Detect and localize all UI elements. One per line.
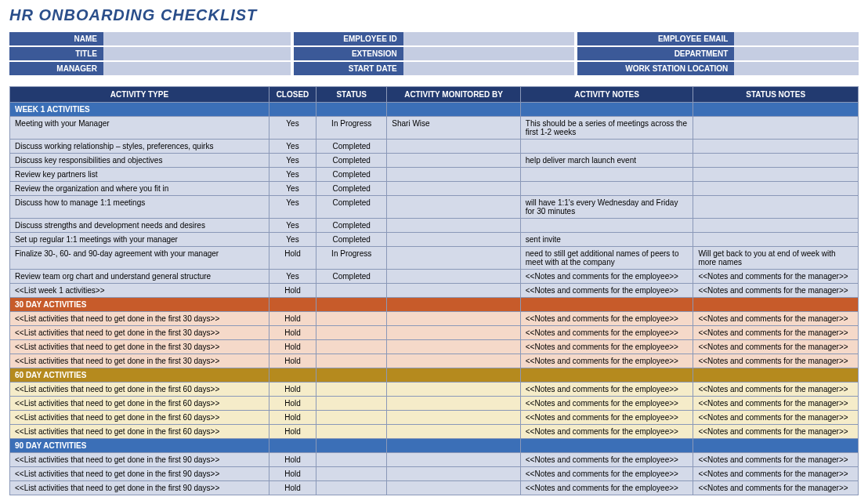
activity-cell[interactable]: <<List activities that need to get done … (10, 354, 269, 368)
monitored-cell[interactable] (387, 411, 520, 425)
closed-cell[interactable]: Yes (269, 196, 316, 219)
notes-cell[interactable]: <<Notes and comments for the employee>> (520, 425, 693, 439)
closed-cell[interactable]: Hold (269, 397, 316, 411)
notes-cell[interactable] (520, 182, 693, 196)
closed-cell[interactable]: Hold (269, 284, 316, 298)
closed-cell[interactable]: Hold (269, 340, 316, 354)
monitored-cell[interactable] (387, 453, 520, 467)
notes-cell[interactable]: help deliver march launch event (520, 154, 693, 168)
activity-cell[interactable]: <<List week 1 activities>> (10, 284, 269, 298)
status-cell[interactable]: Completed (316, 182, 387, 196)
statusnotes-cell[interactable] (693, 182, 859, 196)
status-cell[interactable]: In Progress (316, 117, 387, 140)
notes-cell[interactable]: will have 1:1's every Wednesday and Frid… (520, 196, 693, 219)
statusnotes-cell[interactable]: Will get back to you at end of week with… (693, 247, 859, 270)
info-value[interactable] (734, 47, 859, 60)
notes-cell[interactable]: need to still get additional names of pe… (520, 247, 693, 270)
info-value[interactable] (403, 32, 575, 45)
monitored-cell[interactable] (387, 284, 520, 298)
closed-cell[interactable]: Hold (269, 425, 316, 439)
status-cell[interactable]: Completed (316, 168, 387, 182)
status-cell[interactable] (316, 425, 387, 439)
activity-cell[interactable]: Review the organization and where you fi… (10, 182, 269, 196)
status-cell[interactable]: In Progress (316, 247, 387, 270)
statusnotes-cell[interactable]: <<Notes and comments for the manager>> (693, 312, 859, 326)
monitored-cell[interactable] (387, 340, 520, 354)
notes-cell[interactable]: <<Notes and comments for the employee>> (520, 270, 693, 284)
notes-cell[interactable]: <<Notes and comments for the employee>> (520, 354, 693, 368)
closed-cell[interactable]: Yes (269, 140, 316, 154)
monitored-cell[interactable] (387, 168, 520, 182)
info-value[interactable] (103, 32, 291, 45)
closed-cell[interactable]: Hold (269, 326, 316, 340)
notes-cell[interactable]: <<Notes and comments for the employee>> (520, 312, 693, 326)
closed-cell[interactable]: Yes (269, 117, 316, 140)
notes-cell[interactable]: This should be a series of meetings acro… (520, 117, 693, 140)
monitored-cell[interactable] (387, 182, 520, 196)
closed-cell[interactable]: Yes (269, 233, 316, 247)
activity-cell[interactable]: <<List activities that need to get done … (10, 312, 269, 326)
status-cell[interactable]: Completed (316, 154, 387, 168)
activity-cell[interactable]: Meeting with your Manager (10, 117, 269, 140)
activity-cell[interactable]: Review team org chart and understand gen… (10, 270, 269, 284)
monitored-cell[interactable]: Shari Wise (387, 117, 520, 140)
closed-cell[interactable]: Yes (269, 270, 316, 284)
monitored-cell[interactable] (387, 140, 520, 154)
notes-cell[interactable]: <<Notes and comments for the employee>> (520, 383, 693, 397)
notes-cell[interactable]: <<Notes and comments for the employee>> (520, 411, 693, 425)
status-cell[interactable] (316, 453, 387, 467)
statusnotes-cell[interactable]: <<Notes and comments for the manager>> (693, 453, 859, 467)
status-cell[interactable] (316, 312, 387, 326)
statusnotes-cell[interactable] (693, 196, 859, 219)
closed-cell[interactable]: Hold (269, 247, 316, 270)
activity-cell[interactable]: Review key partners list (10, 168, 269, 182)
monitored-cell[interactable] (387, 425, 520, 439)
statusnotes-cell[interactable]: <<Notes and comments for the manager>> (693, 270, 859, 284)
statusnotes-cell[interactable]: <<Notes and comments for the manager>> (693, 354, 859, 368)
statusnotes-cell[interactable]: <<Notes and comments for the manager>> (693, 467, 859, 481)
status-cell[interactable] (316, 397, 387, 411)
monitored-cell[interactable] (387, 154, 520, 168)
status-cell[interactable] (316, 284, 387, 298)
activity-cell[interactable]: <<List activities that need to get done … (10, 453, 269, 467)
activity-cell[interactable]: <<List activities that need to get done … (10, 425, 269, 439)
activity-cell[interactable]: <<List activities that need to get done … (10, 467, 269, 481)
status-cell[interactable] (316, 340, 387, 354)
info-value[interactable] (103, 62, 291, 75)
status-cell[interactable]: Completed (316, 196, 387, 219)
monitored-cell[interactable] (387, 233, 520, 247)
monitored-cell[interactable] (387, 354, 520, 368)
statusnotes-cell[interactable]: <<Notes and comments for the manager>> (693, 425, 859, 439)
closed-cell[interactable]: Yes (269, 219, 316, 233)
activity-cell[interactable]: <<List activities that need to get done … (10, 411, 269, 425)
statusnotes-cell[interactable] (693, 140, 859, 154)
status-cell[interactable] (316, 467, 387, 481)
status-cell[interactable]: Completed (316, 270, 387, 284)
statusnotes-cell[interactable]: <<Notes and comments for the manager>> (693, 383, 859, 397)
closed-cell[interactable]: Hold (269, 481, 316, 495)
monitored-cell[interactable] (387, 196, 520, 219)
activity-cell[interactable]: <<List activities that need to get done … (10, 340, 269, 354)
monitored-cell[interactable] (387, 219, 520, 233)
statusnotes-cell[interactable]: <<Notes and comments for the manager>> (693, 481, 859, 495)
status-cell[interactable]: Completed (316, 233, 387, 247)
closed-cell[interactable]: Hold (269, 467, 316, 481)
monitored-cell[interactable] (387, 481, 520, 495)
monitored-cell[interactable] (387, 467, 520, 481)
status-cell[interactable] (316, 354, 387, 368)
closed-cell[interactable]: Hold (269, 312, 316, 326)
info-value[interactable] (103, 47, 291, 60)
monitored-cell[interactable] (387, 383, 520, 397)
notes-cell[interactable] (520, 219, 693, 233)
status-cell[interactable] (316, 383, 387, 397)
info-value[interactable] (403, 47, 575, 60)
status-cell[interactable]: Completed (316, 140, 387, 154)
statusnotes-cell[interactable]: <<Notes and comments for the manager>> (693, 326, 859, 340)
monitored-cell[interactable] (387, 326, 520, 340)
info-value[interactable] (734, 62, 859, 75)
monitored-cell[interactable] (387, 270, 520, 284)
activity-cell[interactable]: Discuss key responsibilities and objecti… (10, 154, 269, 168)
activity-cell[interactable]: <<List activities that need to get done … (10, 326, 269, 340)
closed-cell[interactable]: Hold (269, 354, 316, 368)
statusnotes-cell[interactable] (693, 117, 859, 140)
